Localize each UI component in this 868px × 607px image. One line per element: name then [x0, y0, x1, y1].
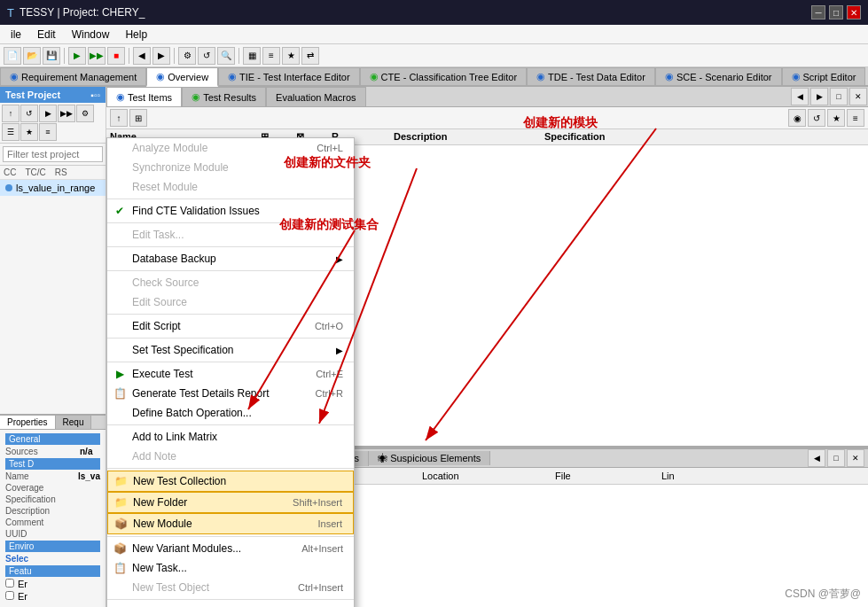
- test-project-header: Test Project ▪▫▫: [0, 87, 106, 103]
- analyze-icon: [113, 141, 127, 155]
- lp-btn6[interactable]: ☰: [2, 123, 20, 141]
- tb-filter[interactable]: 🔍: [217, 47, 235, 65]
- tb-grid[interactable]: ▦: [243, 47, 261, 65]
- cm-edit-source[interactable]: Edit Source: [107, 292, 354, 312]
- tb-star[interactable]: ★: [282, 47, 300, 65]
- sync-icon: [113, 160, 127, 175]
- right-tb-close[interactable]: ✕: [849, 88, 867, 105]
- cm-define-batch[interactable]: Define Batch Operation...: [107, 403, 354, 423]
- lp-btn5[interactable]: ⚙: [76, 105, 94, 122]
- lp-btn7[interactable]: ★: [20, 123, 38, 141]
- tab-overview[interactable]: ◉ Overview: [146, 67, 218, 87]
- script-icon: ◉: [792, 71, 801, 82]
- tb-run[interactable]: ▶: [68, 47, 86, 65]
- new-collection-icon: 📁: [113, 474, 128, 488]
- tree-item-ls-value[interactable]: ls_value_in_range: [0, 180, 106, 196]
- cm-database-backup[interactable]: Database Backup ▶: [107, 249, 354, 268]
- cm-execute-test[interactable]: ▶ Execute Test Ctrl+E: [107, 364, 354, 384]
- tree-item-icon: [5, 184, 12, 191]
- req-mgmt-icon: ◉: [10, 71, 19, 82]
- menu-file[interactable]: ile: [4, 27, 28, 43]
- cm-new-test-object[interactable]: New Test Object Ctrl+Insert: [107, 578, 354, 597]
- right-tb-btn2[interactable]: ▶: [810, 88, 828, 105]
- bt-btn1[interactable]: ◀: [808, 449, 825, 467]
- right-tb-btn1[interactable]: ◀: [791, 88, 809, 105]
- context-menu: Analyze Module Ctrl+L Synchronize Module…: [106, 137, 355, 607]
- tab-test-results[interactable]: ◉ Test Results: [182, 87, 266, 106]
- cm-add-link-matrix[interactable]: Add to Link Matrix: [107, 427, 354, 447]
- feat-check-2[interactable]: [5, 591, 14, 600]
- menu-help[interactable]: Help: [118, 27, 154, 43]
- rt-btn1[interactable]: ↑: [110, 109, 128, 127]
- tb-nav[interactable]: ⇄: [301, 47, 319, 65]
- tree-header: CC TC/C RS: [0, 166, 106, 180]
- tb-stop[interactable]: ■: [107, 47, 125, 65]
- cm-synchronize-module[interactable]: Synchronize Module: [107, 158, 354, 177]
- close-button[interactable]: ✕: [847, 5, 861, 19]
- report-icon: 📋: [113, 386, 127, 401]
- props-row-sources: Sources n/a: [5, 447, 100, 456]
- tab-requirement-management[interactable]: ◉ Requirement Management: [0, 67, 146, 85]
- tab-tie[interactable]: ◉ TIE - Test Interface Editor: [218, 67, 360, 85]
- bt-close[interactable]: ✕: [847, 449, 864, 467]
- right-tb-maximize[interactable]: □: [830, 88, 848, 105]
- menu-window[interactable]: Window: [65, 27, 117, 43]
- cm-new-module[interactable]: 📦 New Module Insert: [107, 513, 354, 534]
- feat-check-1[interactable]: [5, 579, 14, 588]
- cm-new-variant-modules[interactable]: 📦 New Variant Modules... Alt+Insert: [107, 539, 354, 558]
- rt-btn6[interactable]: ≡: [847, 109, 864, 127]
- lp-btn1[interactable]: ↑: [2, 105, 20, 122]
- rt-btn4[interactable]: ↺: [808, 109, 825, 127]
- lp-btn3[interactable]: ▶: [39, 105, 57, 122]
- cm-new-test-collection[interactable]: 📁 New Test Collection: [107, 471, 354, 492]
- cm-edit-script[interactable]: Edit Script Ctrl+O: [107, 316, 354, 336]
- tb-forward[interactable]: ▶: [152, 47, 170, 65]
- tb-list[interactable]: ≡: [262, 47, 280, 65]
- cm-analyze-module[interactable]: Analyze Module Ctrl+L: [107, 138, 354, 158]
- tab-eval-macros[interactable]: Evaluation Macros: [266, 87, 366, 106]
- rt-btn3[interactable]: ◉: [788, 109, 806, 127]
- rt-btn5[interactable]: ★: [827, 109, 845, 127]
- tab-properties[interactable]: Properties: [0, 416, 56, 429]
- cm-gen-report[interactable]: 📋 Generate Test Details Report Ctrl+R: [107, 384, 354, 403]
- sep2: [107, 222, 354, 223]
- tb-run2[interactable]: ▶▶: [88, 47, 106, 65]
- tab-cte[interactable]: ◉ CTE - Classification Tree Editor: [360, 67, 527, 85]
- cm-find-cte[interactable]: ✔ Find CTE Validation Issues: [107, 201, 354, 221]
- lp-btn4[interactable]: ▶▶: [58, 105, 75, 122]
- tb-new[interactable]: 📄: [4, 47, 21, 65]
- filter-input[interactable]: [3, 146, 103, 162]
- tab-suspicious[interactable]: 🕷 Suspicious Elements: [369, 451, 490, 465]
- props-row-env: Selec: [5, 554, 100, 564]
- tb-save[interactable]: 💾: [43, 47, 60, 65]
- cm-edit-task[interactable]: Edit Task...: [107, 225, 354, 245]
- tb-open[interactable]: 📂: [23, 47, 41, 65]
- cm-check-source[interactable]: Check Source: [107, 273, 354, 292]
- sep6: [107, 338, 354, 339]
- minimize-button[interactable]: ─: [811, 5, 825, 19]
- tab-sce[interactable]: ◉ SCE - Scenario Editor: [655, 67, 782, 85]
- menu-edit[interactable]: Edit: [30, 27, 63, 43]
- rt-btn2[interactable]: ⊞: [129, 109, 147, 127]
- tab-tde[interactable]: ◉ TDE - Test Data Editor: [527, 67, 655, 85]
- app-icon: T: [7, 6, 14, 19]
- tb-refresh[interactable]: ↺: [198, 47, 215, 65]
- cm-copy-name[interactable]: Copy Name Alt+C: [107, 602, 354, 607]
- tb-settings[interactable]: ⚙: [178, 47, 196, 65]
- tab-script[interactable]: ◉ Script Editor: [782, 67, 866, 85]
- cm-reset-module[interactable]: Reset Module: [107, 177, 354, 197]
- props-tab-bar: Properties Requ: [0, 416, 106, 430]
- tab-test-items[interactable]: ◉ Test Items: [106, 87, 182, 106]
- batch-icon: [113, 406, 127, 420]
- tab-requirements[interactable]: Requ: [56, 416, 92, 429]
- lp-btn8[interactable]: ≡: [39, 123, 57, 141]
- cm-set-test-spec[interactable]: Set Test Specification ▶: [107, 340, 354, 360]
- tb-back[interactable]: ◀: [133, 47, 151, 65]
- lp-btn2[interactable]: ↺: [20, 105, 38, 122]
- cm-new-folder[interactable]: 📁 New Folder Shift+Insert: [107, 492, 354, 513]
- bt-btn2[interactable]: □: [827, 449, 845, 467]
- cm-new-task[interactable]: 📋 New Task...: [107, 558, 354, 578]
- props-row-comment: Comment: [5, 518, 100, 527]
- cm-add-note[interactable]: Add Note: [107, 447, 354, 466]
- maximize-button[interactable]: □: [829, 5, 843, 19]
